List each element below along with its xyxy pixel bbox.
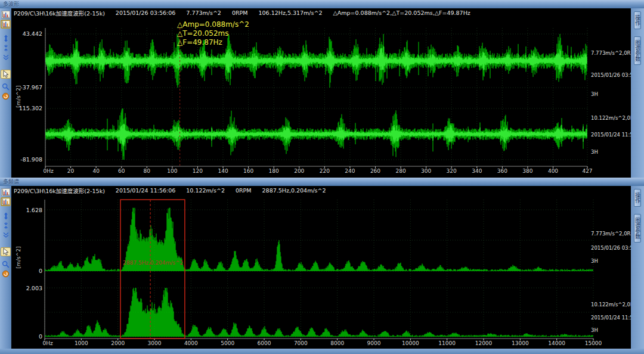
x-tick-label: 0Hz — [44, 168, 54, 174]
multi-chart-icon[interactable] — [1, 20, 11, 29]
refresh-icon[interactable] — [1, 92, 11, 101]
y-axis-label: 1.628 — [15, 207, 42, 213]
x-tick-label: 40 — [92, 168, 99, 174]
spectrum-header-datetime: 2015/01/24 11:56:06 — [116, 187, 175, 194]
y-axis-label: 43.442 — [15, 30, 42, 37]
spectrum-toolbar — [0, 186, 11, 349]
x-tick-label: 360 — [497, 168, 507, 174]
x-tick-label: 260 — [370, 168, 380, 174]
cursor-pointer-icon[interactable] — [1, 70, 11, 79]
trace-point-label: 3H — [591, 258, 598, 264]
y-unit-label: [m/s^2] — [16, 247, 21, 269]
spectrum-header-cursor: 2887.5Hz,0.204m/s^2 — [262, 187, 326, 194]
waveform-header-delta: △Amp=0.088m/s^2,△T=20.052ms,△F=49.87Hz — [333, 10, 470, 16]
delta-annotation: △Amp=0.088m/s^2 △T=20.052ms △F=49.87Hz — [177, 20, 249, 47]
spectrum-window-title: 多频谱 — [3, 179, 19, 185]
x-tick-label: 180 — [269, 168, 279, 174]
y-axis-label: 0 — [15, 333, 42, 340]
zoom-icon[interactable] — [1, 82, 11, 91]
zoom-icon[interactable] — [1, 260, 11, 269]
delta-amp-label: △Amp=0.088m/s^2 — [177, 20, 249, 29]
x-tick-label: 60 — [118, 168, 125, 174]
y-axis-label: -81.908 — [15, 156, 42, 163]
y-unit-label: [m/s^2] — [16, 86, 21, 108]
x-tick-label: 240 — [345, 168, 355, 174]
x-tick-label: 11000 — [438, 340, 456, 346]
spectrum-plot-area: 2887.5Hz,0.204m/s^2 1.628 0 2.003 0 [m/s… — [11, 195, 631, 349]
waveform-chart-icon[interactable] — [1, 188, 11, 197]
side-tab-2[interactable]: 图谱参数 — [634, 36, 641, 65]
delta-f-label: △F=49.87Hz — [177, 38, 249, 47]
spectrum-header-rpm: 0RPM — [236, 187, 252, 194]
compress-vertical-icon[interactable] — [1, 221, 11, 230]
x-tick-label: 10000 — [402, 340, 419, 346]
x-tick-label: 20 — [67, 168, 74, 174]
trace-rms-label: 10.122m/s^2,0RPM — [591, 115, 631, 121]
waveform-window: 多波形 P209/C\3H\16k加速度波形(2-15k) 2015/01/26… — [0, 0, 644, 178]
y-axis-label: 2.003 — [15, 285, 42, 291]
x-tick-label: 320 — [447, 168, 457, 174]
waveform-plot-canvas[interactable] — [11, 17, 631, 178]
spectrum-header-rms: 10.122m/s^2 — [186, 187, 225, 194]
collapse-down-icon[interactable] — [1, 231, 11, 240]
x-tick-label: 300 — [421, 168, 431, 174]
refresh-icon[interactable] — [1, 269, 11, 278]
spectrum-header-path: P209/C\3H\16k加速度波形(2-15k) — [14, 187, 105, 195]
waveform-chart-icon[interactable] — [1, 10, 11, 19]
waveform-side-tabstrip: 操作图谱参数 — [631, 8, 644, 178]
trace-date-label: 2015/01/26 03:56:06 — [591, 245, 631, 251]
side-tab-1[interactable]: 操作 — [634, 11, 641, 29]
spectrum-window: 多频谱 P209/C\3H\16k加速度波形(2-15k) 2015/01/24… — [0, 178, 644, 354]
x-tick-label: 140 — [218, 168, 228, 174]
delta-t-label: △T=20.052ms — [177, 29, 249, 38]
spectrum-plot-canvas[interactable]: 2887.5Hz,0.204m/s^2 — [11, 195, 631, 349]
compress-vertical-icon[interactable] — [1, 44, 11, 52]
x-tick-label: 5000 — [221, 340, 234, 346]
selection-cursor-label: 2887.5Hz,0.204m/s^2 — [123, 260, 183, 266]
x-tick-label: 3000 — [148, 340, 162, 346]
cursor-pointer-icon[interactable] — [1, 247, 11, 256]
trace-rms-label: 7.773m/s^2,0RPM — [591, 231, 631, 237]
spectrum-side-tabstrip: 操作图谱参数 — [631, 186, 644, 349]
x-tick-label: 0Hz — [43, 340, 53, 346]
x-tick-label: 4000 — [184, 340, 198, 346]
trace-point-label: 3H — [591, 149, 598, 155]
side-tab-2[interactable]: 图谱参数 — [634, 214, 641, 243]
x-tick-label: 14000 — [548, 340, 565, 346]
x-tick-label: 160 — [243, 168, 253, 174]
waveform-window-titlebar[interactable]: 多波形 — [0, 0, 644, 8]
expand-vertical-icon[interactable] — [1, 212, 11, 221]
trace-rms-label: 10.122m/s^2,0RPM — [591, 302, 631, 308]
x-tick-label: 2000 — [111, 340, 125, 346]
spectrum-window-titlebar[interactable]: 多频谱 — [0, 178, 644, 186]
x-tick-label: 380 — [522, 168, 532, 174]
x-tick-label: 427 — [582, 168, 592, 174]
x-tick-label: 12000 — [475, 340, 493, 346]
waveform-header-cursor: 106.12Hz,5.317m/s^2 — [259, 10, 323, 16]
waveform-header: P209/C\3H\16k加速度波形(2-15k) 2015/01/26 03:… — [11, 8, 631, 17]
collapse-down-icon[interactable] — [1, 53, 11, 62]
vibration-analyzer-app: 多波形 P209/C\3H\16k加速度波形(2-15k) 2015/01/26… — [0, 0, 644, 354]
x-tick-label: 400 — [548, 168, 558, 174]
x-tick-label: 280 — [395, 168, 405, 174]
side-tab-1[interactable]: 操作 — [634, 189, 641, 207]
trace-point-label: 3H — [591, 91, 598, 97]
x-tick-label: 6000 — [258, 340, 271, 346]
trace-rms-label: 7.773m/s^2,0RPM — [591, 50, 631, 56]
waveform-window-title: 多波形 — [3, 1, 19, 7]
trace-date-label: 2015/01/24 11:56:06 — [591, 315, 631, 321]
x-tick-label: 1000 — [75, 340, 88, 346]
waveform-header-rpm: 0RPM — [232, 10, 248, 16]
x-tick-label: 7000 — [294, 340, 308, 346]
trace-date-label: 2015/01/24 11:56:06 — [591, 132, 631, 138]
trace-date-label: 2015/01/26 03:56:06 — [591, 72, 631, 78]
x-tick-label: 100 — [167, 168, 177, 174]
multi-chart-icon[interactable] — [1, 197, 11, 206]
spectrum-header: P209/C\3H\16k加速度波形(2-15k) 2015/01/24 11:… — [11, 186, 631, 195]
x-tick-label: 9000 — [367, 340, 381, 346]
y-axis-label: 0 — [15, 268, 42, 274]
x-tick-label: 13000 — [512, 340, 529, 346]
waveform-header-datetime: 2015/01/26 03:56:06 — [116, 10, 175, 16]
waveform-header-path: P209/C\3H\16k加速度波形(2-15k) — [14, 9, 105, 17]
expand-vertical-icon[interactable] — [1, 34, 11, 43]
